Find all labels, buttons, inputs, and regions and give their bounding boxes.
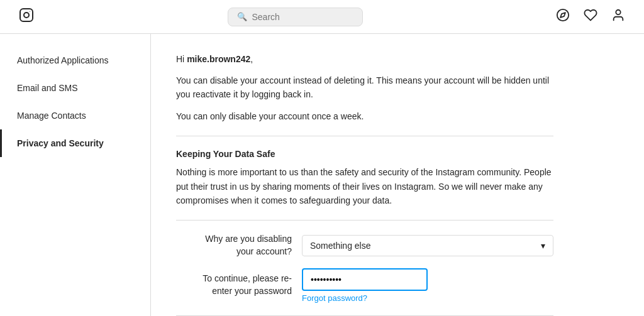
svg-point-1 xyxy=(24,13,29,18)
search-icon: 🔍 xyxy=(237,12,247,21)
sidebar-item-manage-contacts[interactable]: Manage Contacts xyxy=(0,102,150,129)
profile-icon[interactable] xyxy=(611,8,625,25)
reason-dropdown[interactable]: Something else ▾ xyxy=(302,235,553,256)
para1: You can disable your account instead of … xyxy=(176,74,553,102)
divider-1 xyxy=(176,136,553,136)
keeping-heading: Keeping Your Data Safe xyxy=(176,149,553,159)
greeting: Hi mike.brown242, xyxy=(176,53,553,66)
why-label: Why are you disablingyour account? xyxy=(176,233,302,258)
sidebar-item-privacy-security[interactable]: Privacy and Security xyxy=(0,129,150,157)
search-bar[interactable]: 🔍 xyxy=(228,8,363,26)
greeting-prefix: Hi xyxy=(176,54,187,64)
heart-icon[interactable] xyxy=(584,8,597,25)
reason-value: Something else xyxy=(310,241,371,251)
why-control: Something else ▾ xyxy=(302,235,553,256)
compass-icon[interactable] xyxy=(556,8,570,25)
sidebar: Authorized Applications Email and SMS Ma… xyxy=(0,34,151,316)
why-row: Why are you disablingyour account? Somet… xyxy=(176,233,553,258)
sidebar-item-authorized-applications[interactable]: Authorized Applications xyxy=(0,46,150,74)
svg-marker-4 xyxy=(560,13,565,18)
password-control: Forgot password? xyxy=(302,268,553,303)
sidebar-item-email-sms[interactable]: Email and SMS xyxy=(0,74,150,102)
svg-point-5 xyxy=(616,10,620,14)
password-label: To continue, please re-enter your passwo… xyxy=(176,273,302,297)
greeting-suffix: , xyxy=(250,54,253,64)
search-input[interactable] xyxy=(252,12,353,22)
instagram-logo xyxy=(19,8,34,26)
svg-point-3 xyxy=(557,9,569,21)
content-section: Hi mike.brown242, You can disable your a… xyxy=(176,53,553,316)
page-wrapper: Authorized Applications Email and SMS Ma… xyxy=(0,34,644,316)
keeping-para: Nothing is more important to us than the… xyxy=(176,165,553,207)
forgot-password-link[interactable]: Forgot password? xyxy=(302,293,553,303)
divider-3 xyxy=(176,315,553,316)
username: mike.brown242 xyxy=(187,54,250,64)
form-area: Why are you disablingyour account? Somet… xyxy=(176,233,553,302)
para2: You can only disable your account once a… xyxy=(176,109,553,123)
header-icons xyxy=(556,8,625,25)
divider-2 xyxy=(176,220,553,221)
svg-point-2 xyxy=(30,11,30,12)
main-content: Hi mike.brown242, You can disable your a… xyxy=(151,34,644,316)
password-row: To continue, please re-enter your passwo… xyxy=(176,268,553,303)
password-input[interactable] xyxy=(302,268,428,291)
chevron-down-icon: ▾ xyxy=(541,241,545,251)
app-header: 🔍 xyxy=(0,0,644,34)
svg-rect-0 xyxy=(20,9,33,21)
